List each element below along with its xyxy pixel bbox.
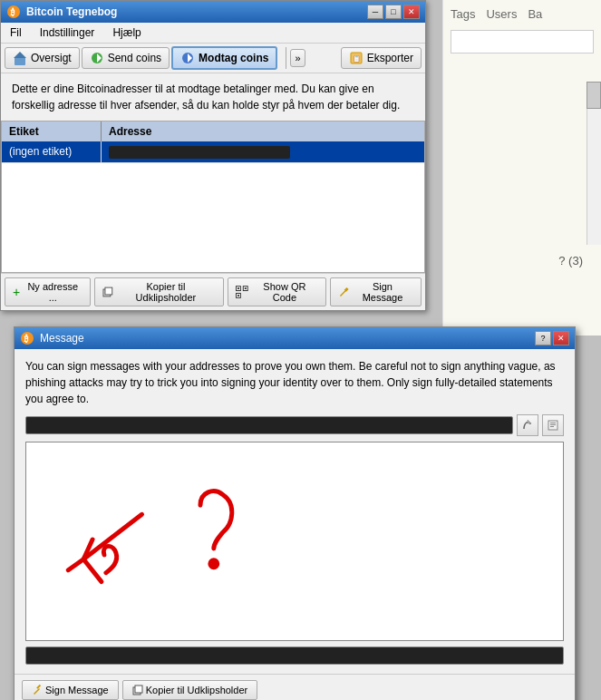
message-bitcoin-icon: ₿	[20, 331, 34, 345]
so-scrollbar-thumb[interactable]	[586, 82, 601, 109]
send-coins-label: Send coins	[108, 52, 161, 64]
svg-rect-17	[245, 287, 247, 289]
oversigt-label: Oversigt	[31, 52, 72, 64]
svg-rect-20	[237, 295, 239, 297]
svg-rect-14	[237, 287, 239, 289]
sign-icon-2	[32, 685, 43, 695]
title-bar-buttons: ─ □ ✕	[367, 5, 420, 19]
svg-marker-3	[14, 52, 26, 58]
cell-adresse	[102, 141, 424, 162]
message-window-title: Message	[40, 332, 84, 345]
toolbar: Oversigt Send coins Modtag coins » 📋	[1, 44, 425, 73]
home-icon	[13, 51, 27, 65]
title-bar-left: ₿ Bitcoin Tegnebog	[6, 5, 117, 19]
svg-rect-25	[550, 423, 556, 423]
header-etiket: Etiket	[2, 122, 102, 141]
svg-rect-35	[135, 685, 142, 693]
svg-rect-11	[105, 287, 112, 295]
kopier-til-button[interactable]: Kopier til Udklipsholder	[122, 680, 258, 700]
so-search-input[interactable]	[451, 30, 594, 53]
close-button[interactable]: ✕	[403, 5, 420, 19]
toolbar-more-button[interactable]: »	[290, 49, 305, 67]
copy-icon-3	[132, 685, 143, 695]
menu-hjaelp[interactable]: Hjælp	[107, 24, 146, 41]
message-title-buttons: ? ✕	[535, 331, 569, 345]
paste-icon	[548, 420, 558, 431]
qr-code-button[interactable]: Show QR Code	[228, 277, 326, 306]
table-row[interactable]: (ingen etiket)	[2, 141, 424, 163]
qr-label: Show QR Code	[251, 281, 319, 303]
ny-adresse-button[interactable]: + Ny adresse ...	[5, 277, 91, 306]
signature-row	[25, 647, 564, 665]
main-title-bar: ₿ Bitcoin Tegnebog ─ □ ✕	[1, 1, 425, 23]
cell-etiket: (ingen etiket)	[2, 141, 102, 162]
modtag-coins-button[interactable]: Modtag coins	[171, 46, 277, 70]
sign-message-button-label: Sign Message	[45, 685, 109, 695]
signature-input	[25, 647, 564, 665]
so-scrollbar[interactable]	[586, 82, 601, 245]
address-table: Etiket Adresse (ingen etiket)	[1, 121, 425, 273]
eksporter-label: Eksporter	[367, 52, 413, 64]
copy-icon-2	[522, 420, 533, 431]
svg-line-28	[83, 514, 141, 559]
kopier-button[interactable]: Kopier til Udklipsholder	[94, 277, 224, 306]
tab-tags[interactable]: Tags	[451, 7, 475, 21]
maximize-button[interactable]: □	[385, 5, 402, 19]
message-drawing-area[interactable]	[25, 442, 564, 641]
message-help-button[interactable]: ?	[535, 331, 551, 345]
bitcoin-icon: ₿	[6, 5, 21, 19]
receive-icon	[180, 51, 195, 65]
eksporter-button[interactable]: 📋 Eksporter	[341, 47, 422, 69]
send-coins-button[interactable]: Send coins	[82, 47, 170, 69]
svg-line-31	[68, 559, 83, 570]
empty-table-area[interactable]	[2, 163, 424, 272]
message-window: ₿ Message ? ✕ You can sign messages with…	[14, 326, 576, 700]
plus-icon: +	[13, 285, 20, 299]
drawing-svg	[26, 442, 563, 640]
send-icon	[90, 51, 104, 65]
table-header: Etiket Adresse	[2, 122, 424, 141]
svg-rect-26	[550, 424, 556, 425]
redacted-address	[109, 146, 290, 159]
main-window: ₿ Bitcoin Tegnebog ─ □ ✕ Fil Indstilling…	[0, 0, 426, 311]
address-copy-button[interactable]	[517, 414, 538, 436]
main-window-title: Bitcoin Tegnebog	[26, 5, 117, 18]
svg-line-29	[83, 559, 102, 582]
message-title-bar: ₿ Message ? ✕	[15, 327, 575, 349]
tab-users[interactable]: Users	[486, 7, 517, 21]
bottom-toolbar: + Ny adresse ... Kopier til Udklipsholde…	[1, 273, 425, 310]
background-panel: Tags Users Ba ? (3)	[442, 0, 601, 335]
message-title-left: ₿ Message	[20, 331, 84, 345]
menu-fil[interactable]: Fil	[5, 24, 27, 41]
svg-text:📋: 📋	[353, 54, 361, 63]
address-row	[25, 414, 564, 436]
minimize-button[interactable]: ─	[367, 5, 383, 19]
message-content: You can sign messages with your addresse…	[15, 349, 575, 674]
menu-indstillinger[interactable]: Indstillinger	[34, 24, 101, 41]
kopier-label: Kopier til Udklipsholder	[116, 281, 216, 303]
toolbar-separator	[281, 47, 286, 69]
eksporter-icon: 📋	[349, 51, 364, 65]
oversigt-button[interactable]: Oversigt	[5, 47, 80, 69]
svg-rect-2	[15, 57, 25, 65]
toolbar-right: 📋 Eksporter	[341, 47, 422, 69]
address-paste-button[interactable]	[542, 414, 564, 436]
copy-icon	[102, 287, 113, 297]
description-text: Dette er dine Bitcoinadresser til at mod…	[1, 73, 425, 121]
sign-message-button-main[interactable]: Sign Message	[330, 277, 422, 306]
tab-ba[interactable]: Ba	[528, 7, 542, 21]
menu-bar: Fil Indstillinger Hjælp	[1, 23, 425, 44]
ny-adresse-label: Ny adresse ...	[23, 281, 82, 303]
qr-icon	[236, 286, 248, 298]
message-address	[25, 416, 513, 434]
so-tabs: Tags Users Ba	[451, 7, 594, 21]
sign-message-button-dialog[interactable]: Sign Message	[22, 680, 119, 700]
modtag-coins-label: Modtag coins	[199, 52, 268, 64]
so-count: ? (3)	[558, 254, 583, 267]
svg-point-32	[210, 560, 218, 568]
warning-text: You can sign messages with your addresse…	[25, 358, 564, 407]
message-close-button[interactable]: ✕	[553, 331, 569, 345]
header-adresse: Adresse	[102, 122, 424, 141]
sign-message-label: Sign Message	[352, 281, 413, 303]
message-bottom-bar: Sign Message Kopier til Udklipsholder	[15, 674, 575, 700]
